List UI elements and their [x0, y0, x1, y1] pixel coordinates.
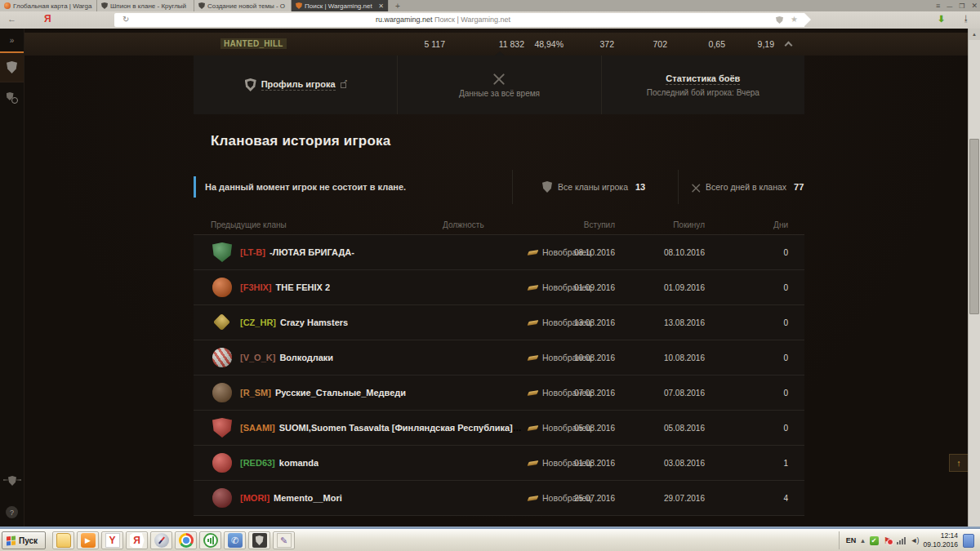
hidden-icons-arrow-icon[interactable]	[861, 536, 865, 544]
total-days-count: 77	[794, 182, 804, 192]
clan-tag: [F3HIX]	[240, 282, 272, 292]
language-indicator[interactable]: EN	[846, 536, 857, 544]
clan-emblem	[213, 313, 230, 331]
minimize-icon[interactable]	[947, 2, 952, 10]
browser-menu-icon[interactable]	[936, 2, 940, 10]
table-row: [RED63]komanda Новобранец 01.08.2016 03.…	[194, 446, 804, 481]
clan-emblem	[212, 453, 232, 473]
tab-clan-spy[interactable]: Шпион в клане - Круглый	[97, 0, 194, 11]
page-sidebar	[0, 29, 24, 527]
sidebar-item-wot[interactable]	[0, 51, 24, 82]
left-date: 13.08.2016	[639, 318, 705, 327]
stat-battles: 5 117	[388, 39, 445, 49]
tray-time: 12:14	[923, 531, 958, 540]
taskbar-browser-button[interactable]	[150, 531, 172, 549]
taskbar-clock[interactable]: 12:14 09.10.2016	[923, 531, 958, 549]
table-row: [CZ_HR]Crazy Hamsters Новобранец 13.08.2…	[194, 305, 804, 340]
rank-icon	[528, 495, 539, 501]
rank-icon	[528, 460, 539, 466]
clan-emblem	[212, 488, 232, 508]
volume-icon[interactable]	[911, 536, 919, 544]
close-window-icon[interactable]	[971, 2, 978, 10]
tab-search-wargaming[interactable]: Поиск | Wargaming.net ✕	[292, 0, 389, 11]
content-column: Профиль игрока Данные за всё время Стати…	[194, 56, 804, 516]
page-title: Клановая история игрока	[211, 133, 804, 149]
sidebar-item-clan-search[interactable]	[0, 82, 24, 113]
start-button[interactable]: Пуск	[2, 531, 46, 549]
joined-date: 01.09.2016	[550, 283, 615, 292]
table-row: [MORI]Memento__Mori Новобранец 25.07.201…	[194, 481, 804, 516]
stat-winrate: 48,94%	[506, 39, 564, 49]
antivirus-tray-icon[interactable]	[870, 536, 879, 545]
crossed-swords-icon	[491, 73, 507, 86]
show-desktop-button[interactable]	[963, 534, 974, 548]
download-arrow-green-icon[interactable]	[938, 14, 945, 24]
taskbar-messenger-button[interactable]	[224, 531, 246, 549]
compass-browser-icon	[154, 533, 169, 548]
address-text[interactable]: ru.wargaming.net Поиск | Wargaming.net	[114, 16, 772, 24]
clan-name-link[interactable]: Crazy Hamsters	[280, 318, 348, 327]
wargaming-wings-icon[interactable]	[2, 474, 22, 487]
wargaming-page: HANTED_HILL 5 117 11 832 48,94% 372 702 …	[0, 29, 980, 527]
days-value: 0	[723, 389, 788, 398]
left-date: 03.08.2016	[639, 459, 705, 468]
sidebar-expand-icon[interactable]	[0, 29, 24, 51]
clan-name-link[interactable]: Волкодлаки	[279, 353, 333, 362]
taskbar-yandex-button[interactable]	[101, 531, 123, 549]
stats-chart-icon	[203, 533, 218, 548]
battle-stats-section: Статистика боёв Последний бой игрока: Вч…	[601, 56, 804, 114]
player-profile-link[interactable]: Профиль игрока	[261, 79, 336, 91]
all-clans-label: Все кланы игрока	[558, 182, 628, 192]
yandex-logo-icon[interactable]	[44, 13, 51, 24]
joined-date: 13.08.2016	[550, 318, 615, 327]
collapse-chevron-icon[interactable]	[785, 42, 793, 50]
clan-emblem	[212, 242, 232, 262]
clan-name-link[interactable]: Memento__Mori	[274, 493, 342, 503]
taskbar-explorer-button[interactable]	[52, 531, 74, 549]
clan-name-link[interactable]: Русские_Стальные_Медведи	[275, 388, 406, 398]
col-position: Должность	[443, 220, 484, 229]
taskbar-yandex-browser-button[interactable]	[126, 531, 148, 549]
quick-launch	[52, 531, 295, 549]
wot-icon	[252, 533, 267, 548]
days-value: 0	[723, 318, 788, 327]
back-icon[interactable]	[7, 14, 16, 24]
security-alert-flag-icon[interactable]	[884, 535, 892, 546]
tab-close-icon[interactable]: ✕	[376, 2, 384, 10]
bookmark-star-icon[interactable]	[791, 15, 798, 24]
protect-shield-icon[interactable]	[776, 16, 783, 24]
clan-name-link[interactable]: SUOMI,Suomen Tasavalta [Финляндская Респ…	[279, 423, 522, 433]
clan-name-link[interactable]: komanda	[279, 458, 318, 468]
stat-value: 9,19	[717, 39, 774, 49]
scroll-to-top-button[interactable]	[949, 454, 969, 472]
battle-stats-link[interactable]: Статистика боёв	[666, 73, 740, 85]
days-value: 0	[723, 248, 788, 257]
table-row: [SAAMI]SUOMI,Suomen Tasavalta [Финляндск…	[194, 411, 804, 446]
rank-icon	[528, 320, 539, 326]
total-days-label: Всего дней в кланах	[706, 182, 786, 192]
scrollbar-thumb[interactable]	[969, 139, 979, 314]
clan-name-link[interactable]: -ЛЮТАЯ БРИГАДА-	[270, 247, 354, 257]
tab-new-topic[interactable]: Создание новой темы - О	[194, 0, 292, 11]
taskbar-media-player-button[interactable]	[77, 531, 99, 549]
joined-date: 05.08.2016	[550, 424, 615, 433]
days-value: 1	[723, 459, 788, 468]
taskbar-stats-app-button[interactable]	[199, 531, 221, 549]
clan-name-link[interactable]: THE FEHIX 2	[276, 282, 331, 292]
downloads-icon[interactable]	[962, 14, 970, 23]
address-bar[interactable]: ru.wargaming.net Поиск | Wargaming.net	[114, 13, 804, 27]
clan-tag: [RED63]	[240, 458, 275, 468]
taskbar-wot-button[interactable]	[248, 531, 270, 549]
tab-global-map[interactable]: Глобальная карта | Warga	[0, 0, 97, 11]
maximize-icon[interactable]	[959, 2, 964, 10]
player-name[interactable]: HANTED_HILL	[220, 38, 287, 49]
taskbar-chrome-button[interactable]	[175, 531, 197, 549]
new-tab-button[interactable]	[389, 0, 407, 11]
help-icon[interactable]	[6, 506, 18, 518]
network-signal-icon[interactable]	[897, 537, 906, 544]
rank-icon	[528, 355, 539, 361]
joined-date: 25.07.2016	[550, 494, 615, 503]
browser-scrollbar[interactable]	[968, 29, 980, 527]
taskbar-paint-button[interactable]	[273, 531, 295, 549]
scrollbar-up-arrow-icon[interactable]	[969, 29, 980, 40]
